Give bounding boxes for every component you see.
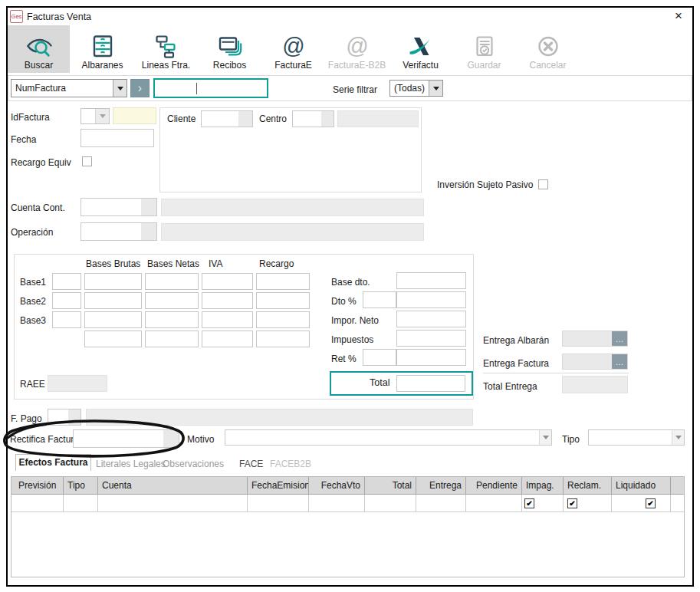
rectifica-factura-lookup-button[interactable] <box>163 430 179 447</box>
impag-checkbox[interactable] <box>524 498 534 508</box>
chevron-down-icon <box>539 430 551 445</box>
base2-neta-input[interactable] <box>145 292 199 309</box>
centro-lookup-button[interactable] <box>321 111 334 127</box>
dto-pct-input[interactable] <box>363 291 396 308</box>
total-brutas-input[interactable] <box>84 331 142 347</box>
column-header-liquidado[interactable]: Liquidado <box>612 477 671 495</box>
inversion-sujeto-pasivo-checkbox[interactable] <box>538 179 548 189</box>
total-recargo-input[interactable] <box>256 331 310 347</box>
operacion-field[interactable] <box>81 222 157 241</box>
chevron-down-icon[interactable] <box>429 81 442 96</box>
column-header-fechavto[interactable]: FechaVto <box>309 477 365 495</box>
toolbar-button-verifactu[interactable]: Verifactu <box>389 25 452 73</box>
base3-label: Base3 <box>20 315 46 326</box>
recargo-equiv-checkbox[interactable] <box>82 156 92 166</box>
cuenta-cont-lookup-button[interactable] <box>141 199 156 215</box>
cell-prevision[interactable] <box>12 495 64 512</box>
motivo-select[interactable] <box>225 429 552 446</box>
search-field-selector-value: NumFactura <box>15 83 66 94</box>
operacion-lookup-button[interactable] <box>141 223 156 240</box>
tab-face[interactable]: FACE <box>239 459 263 469</box>
impuestos-input[interactable] <box>396 330 466 347</box>
ret-pct-input[interactable] <box>363 349 396 366</box>
toolbar-button-label: Cancelar <box>529 60 566 71</box>
base-dto-input[interactable] <box>396 272 466 289</box>
base1-pct-input[interactable] <box>52 273 81 290</box>
total-input[interactable] <box>396 375 465 392</box>
tipo-select[interactable] <box>588 429 685 446</box>
grid-data-row[interactable] <box>12 495 684 512</box>
cliente-lookup-button[interactable] <box>238 111 252 127</box>
ret-importe-input[interactable] <box>396 349 466 366</box>
base2-iva-input[interactable] <box>202 292 253 309</box>
base3-bruta-input[interactable] <box>84 311 142 328</box>
base3-pct-input[interactable] <box>52 311 81 328</box>
cell-liquidado <box>612 495 671 512</box>
f-pago-field[interactable] <box>48 409 81 426</box>
search-field-selector[interactable]: NumFactura <box>11 79 127 97</box>
search-input[interactable] <box>153 78 268 98</box>
cell-fechavto[interactable] <box>309 495 365 512</box>
impor-neto-input[interactable] <box>396 311 466 327</box>
liquidado-checkbox[interactable] <box>646 498 656 508</box>
base1-bruta-input[interactable] <box>84 273 142 290</box>
f-pago-lookup-button[interactable] <box>68 409 81 425</box>
idfactura-input[interactable] <box>113 107 156 124</box>
tab-literales-legales[interactable]: Literales Legales <box>96 459 166 469</box>
toolbar-button-recibos[interactable]: Recibos <box>199 25 261 73</box>
base1-neta-input[interactable] <box>145 273 199 290</box>
cell-pendiente[interactable] <box>466 495 522 512</box>
rectifica-factura-label: Rectifica Factura <box>10 434 79 445</box>
base1-iva-input[interactable] <box>202 273 253 290</box>
entrega-albaran-field[interactable]: … <box>562 331 628 347</box>
rectifica-factura-field[interactable] <box>73 429 179 448</box>
chevron-down-icon[interactable] <box>113 80 127 97</box>
close-icon[interactable]: × <box>671 8 686 24</box>
cell-entrega[interactable] <box>416 495 466 512</box>
column-header-pendiente[interactable]: Pendiente <box>466 477 522 495</box>
toolbar-button-albaranes[interactable]: Albaranes <box>71 25 133 73</box>
toolbar-button-facturae[interactable]: @ FacturaE <box>262 25 324 73</box>
base3-neta-input[interactable] <box>145 311 199 328</box>
tab-observaciones[interactable]: Observaciones <box>163 459 224 469</box>
toolbar-button-lineas-ftra[interactable]: Lineas Ftra. <box>135 25 197 73</box>
entrega-factura-browse-button[interactable]: … <box>612 354 627 369</box>
search-go-button[interactable]: › <box>130 79 150 97</box>
base2-pct-input[interactable] <box>52 292 81 309</box>
column-header-prevision[interactable]: Previsión <box>12 477 64 495</box>
total-iva-input[interactable] <box>202 331 253 347</box>
reclam-checkbox[interactable] <box>567 498 577 508</box>
cell-cuenta[interactable] <box>98 495 248 512</box>
text-cursor <box>196 83 197 94</box>
entrega-albaran-browse-button[interactable]: … <box>612 331 627 346</box>
base3-recargo-input[interactable] <box>256 311 310 328</box>
column-header-fechaemision[interactable]: FechaEmision <box>248 477 309 495</box>
base2-recargo-input[interactable] <box>256 292 310 309</box>
centro-label: Centro <box>259 113 287 124</box>
base2-bruta-input[interactable] <box>84 292 142 309</box>
cell-total[interactable] <box>365 495 416 512</box>
dto-importe-input[interactable] <box>396 291 466 308</box>
column-header-entrega[interactable]: Entrega <box>416 477 466 495</box>
cell-impag <box>522 495 564 512</box>
cuenta-cont-field[interactable] <box>81 198 157 216</box>
column-header-impag[interactable]: Impag. <box>522 477 564 495</box>
column-header-tipo[interactable]: Tipo <box>64 477 98 495</box>
recargo-header: Recargo <box>259 258 294 269</box>
cell-tipo[interactable] <box>64 495 98 512</box>
base1-recargo-input[interactable] <box>256 273 310 290</box>
column-header-cuenta[interactable]: Cuenta <box>98 477 248 495</box>
base3-iva-input[interactable] <box>202 311 253 328</box>
fecha-input[interactable] <box>81 129 154 147</box>
entrega-factura-field[interactable]: … <box>562 354 628 370</box>
serie-filtrar-select[interactable]: (Todas) <box>389 80 443 97</box>
toolbar-button-buscar[interactable]: Buscar <box>8 25 70 73</box>
cliente-field[interactable] <box>201 110 253 127</box>
tab-efectos-factura[interactable]: Efectos Factura <box>15 454 91 471</box>
centro-field[interactable] <box>292 110 334 127</box>
cell-fechaemision[interactable] <box>248 495 309 512</box>
column-header-total[interactable]: Total <box>365 477 416 495</box>
total-netas-input[interactable] <box>145 331 199 347</box>
column-header-reclam[interactable]: Reclam. <box>564 477 612 495</box>
drawers-icon <box>90 34 116 59</box>
